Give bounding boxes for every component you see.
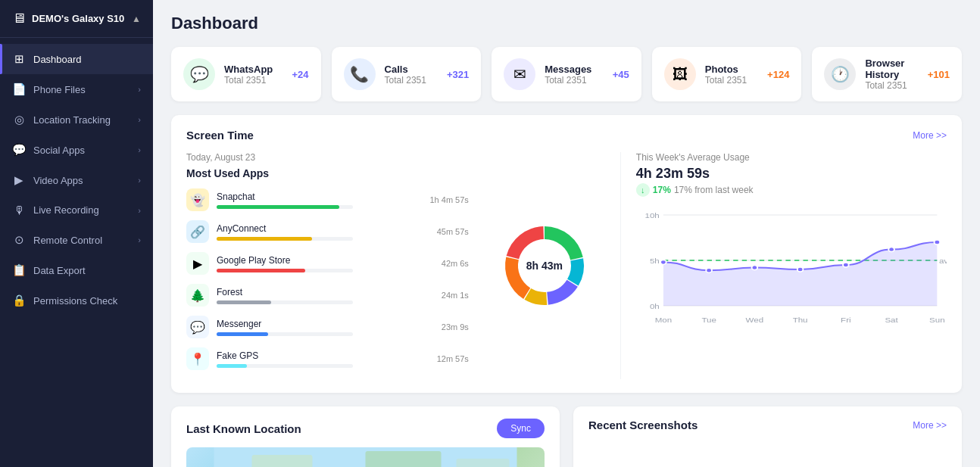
nav-icon-live-recording: 🎙 bbox=[12, 204, 26, 216]
app-time-Fake GPS: 12m 57s bbox=[437, 354, 469, 363]
chart-dot bbox=[751, 266, 757, 270]
chart-dot bbox=[843, 263, 849, 267]
stat-emoji-browser-history: 🕐 bbox=[831, 65, 850, 83]
device-header[interactable]: 🖥 DEMO's Galaxy S10 ▲ bbox=[0, 0, 153, 38]
sidebar-item-video-apps[interactable]: ▶ Video Apps › bbox=[0, 165, 153, 195]
location-header: Last Known Location Sync bbox=[186, 419, 545, 438]
stat-total-browser-history: Total 2351 bbox=[865, 80, 918, 91]
app-row-snapchat: 👻 Snapchat 1h 4m 57s bbox=[186, 188, 469, 211]
sidebar-item-location-tracking[interactable]: ◎ Location Tracking › bbox=[0, 104, 153, 135]
nav-label-video-apps: Video Apps bbox=[33, 175, 130, 186]
stat-card-browser-history[interactable]: 🕐 Browser History Total 2351 +101 bbox=[812, 47, 962, 101]
nav-arrow-phone-files: › bbox=[138, 85, 141, 94]
chart-dot bbox=[797, 267, 804, 272]
most-used-title: Most Used Apps bbox=[186, 167, 469, 179]
avg-label: avg bbox=[939, 257, 947, 265]
app-bar-container-Messenger bbox=[217, 332, 353, 336]
sidebar-item-permissions-check[interactable]: 🔒 Permissions Check bbox=[0, 285, 153, 316]
stat-delta-messages: +45 bbox=[613, 69, 629, 80]
chart-dot bbox=[706, 268, 712, 272]
device-name: DEMO's Galaxy S10 bbox=[32, 13, 124, 24]
nav-icon-phone-files: 📄 bbox=[12, 83, 26, 96]
weekly-chart: 0h5h10havgMonTueWedThuFriSatSun bbox=[636, 207, 947, 328]
donut-segment bbox=[567, 258, 584, 285]
screenshots-card: Recent Screenshots More >> bbox=[573, 406, 962, 467]
stat-name-photos: Photos bbox=[705, 64, 758, 75]
chart-xlabel: Wed bbox=[745, 316, 763, 324]
stat-icon-whatsapp: 💬 bbox=[183, 58, 215, 90]
weekly-label: This Week's Average Usage bbox=[636, 152, 947, 163]
stats-row: 💬 WhatsApp Total 2351 +24 📞 Calls Total … bbox=[171, 47, 962, 101]
app-row-messenger: 💬 Messenger 23m 9s bbox=[186, 316, 469, 338]
sidebar-item-dashboard[interactable]: ⊞ Dashboard bbox=[0, 44, 153, 74]
stat-name-browser-history: Browser History bbox=[865, 58, 918, 80]
nav-icon-permissions-check: 🔒 bbox=[12, 294, 26, 307]
stat-info-photos: Photos Total 2351 bbox=[705, 64, 758, 86]
map-placeholder bbox=[186, 447, 545, 467]
screen-time-header: Screen Time More >> bbox=[186, 129, 947, 142]
nav-arrow-video-apps: › bbox=[138, 176, 141, 185]
stat-total-messages: Total 2351 bbox=[545, 75, 604, 86]
stat-icon-photos: 🖼 bbox=[664, 58, 696, 90]
app-bar-Snapchat bbox=[217, 205, 339, 209]
nav-label-location-tracking: Location Tracking bbox=[33, 114, 130, 126]
app-time-AnyConnect: 45m 57s bbox=[437, 227, 469, 236]
device-expand-icon[interactable]: ▲ bbox=[132, 14, 141, 24]
stat-delta-calls: +321 bbox=[447, 69, 469, 80]
chart-xlabel: Mon bbox=[655, 316, 673, 324]
stat-card-calls[interactable]: 📞 Calls Total 2351 +321 bbox=[332, 47, 482, 101]
stat-name-calls: Calls bbox=[385, 64, 438, 75]
weekly-value: 4h 23m 59s bbox=[636, 166, 947, 182]
sync-button[interactable]: Sync bbox=[497, 419, 545, 438]
sidebar-item-live-recording[interactable]: 🎙 Live Recording › bbox=[0, 195, 153, 225]
app-bar-container-Fake GPS bbox=[217, 364, 353, 368]
page-title: Dashboard bbox=[171, 14, 962, 33]
nav-icon-location-tracking: ◎ bbox=[12, 113, 26, 126]
svg-rect-4 bbox=[457, 459, 510, 467]
app-bar-AnyConnect bbox=[217, 237, 312, 241]
app-icon-Messenger: 💬 bbox=[186, 316, 209, 338]
app-bar-container-Snapchat bbox=[217, 205, 353, 209]
app-list: 👻 Snapchat 1h 4m 57s 🔗 AnyConnect 45m 57… bbox=[186, 188, 469, 370]
app-row-anyconnect: 🔗 AnyConnect 45m 57s bbox=[186, 220, 469, 243]
app-bar-container-Google Play Store bbox=[217, 269, 353, 272]
sidebar-item-phone-files[interactable]: 📄 Phone Files › bbox=[0, 74, 153, 104]
screen-time-more[interactable]: More >> bbox=[913, 130, 947, 141]
nav-label-permissions-check: Permissions Check bbox=[33, 295, 141, 307]
weekly-delta: ↓ 17% 17% from last week bbox=[636, 183, 947, 197]
location-title: Last Known Location bbox=[186, 422, 301, 435]
sidebar-item-remote-control[interactable]: ⊙ Remote Control › bbox=[0, 225, 153, 255]
stat-card-messages[interactable]: ✉ Messages Total 2351 +45 bbox=[492, 47, 641, 101]
app-name-AnyConnect: AnyConnect bbox=[217, 223, 425, 234]
nav-arrow-remote-control: › bbox=[138, 235, 141, 244]
stat-total-whatsapp: Total 2351 bbox=[224, 75, 283, 86]
nav-label-remote-control: Remote Control bbox=[33, 235, 130, 246]
date-label: Today, August 23 bbox=[186, 152, 469, 163]
nav-icon-dashboard: ⊞ bbox=[12, 52, 26, 66]
chart-xlabel: Sun bbox=[929, 316, 945, 324]
sidebar-item-data-export[interactable]: 📋 Data Export bbox=[0, 255, 153, 285]
donut-chart: 8h 43m bbox=[492, 213, 598, 319]
nav-label-live-recording: Live Recording bbox=[33, 204, 130, 216]
sidebar-nav: ⊞ Dashboard 📄 Phone Files › ◎ Location T… bbox=[0, 38, 153, 467]
chart-ylabel: 5h bbox=[650, 257, 660, 265]
stat-total-photos: Total 2351 bbox=[705, 75, 758, 86]
delta-down-icon: ↓ bbox=[636, 183, 650, 197]
stat-name-messages: Messages bbox=[545, 64, 604, 75]
app-details-Forest: Forest bbox=[217, 287, 429, 304]
app-icon-Fake GPS: 📍 bbox=[186, 347, 209, 370]
stat-info-whatsapp: WhatsApp Total 2351 bbox=[224, 64, 283, 86]
svg-rect-2 bbox=[252, 455, 313, 467]
stat-icon-browser-history: 🕐 bbox=[824, 58, 856, 90]
stat-delta-browser-history: +101 bbox=[928, 69, 950, 80]
nav-arrow-social-apps: › bbox=[138, 145, 141, 154]
donut-segment bbox=[506, 226, 543, 259]
sidebar-item-social-apps[interactable]: 💬 Social Apps › bbox=[0, 135, 153, 165]
chart-ylabel: 0h bbox=[650, 303, 660, 310]
app-bar-Fake GPS bbox=[217, 364, 247, 368]
stat-card-whatsapp[interactable]: 💬 WhatsApp Total 2351 +24 bbox=[171, 47, 321, 101]
stat-card-photos[interactable]: 🖼 Photos Total 2351 +124 bbox=[652, 47, 802, 101]
app-icon-Google Play Store: ▶ bbox=[186, 252, 209, 275]
nav-label-phone-files: Phone Files bbox=[33, 84, 130, 95]
screenshots-more[interactable]: More >> bbox=[913, 420, 947, 431]
